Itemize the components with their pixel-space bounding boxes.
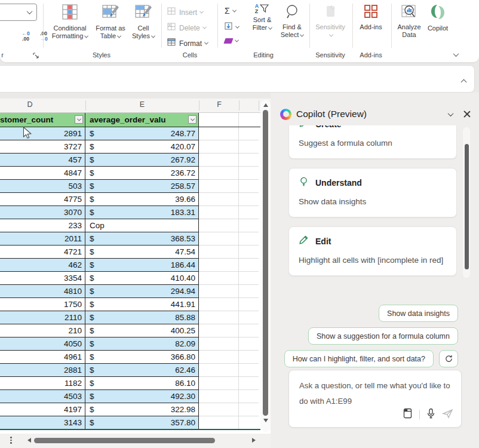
ribbon-collapse-button[interactable]	[449, 49, 462, 60]
column-letter-d[interactable]: D	[27, 100, 32, 109]
header-cell-customer-count[interactable]: stomer_count	[0, 113, 85, 127]
cell-empty[interactable]	[199, 246, 239, 259]
cell-customer-count[interactable]: 4503	[0, 390, 85, 403]
column-headers[interactable]: D E F	[0, 99, 271, 113]
find-select-button[interactable]: Find & Select	[277, 4, 307, 39]
cell-empty[interactable]	[199, 364, 239, 377]
cell-customer-count[interactable]: 4197	[0, 403, 85, 416]
cell-empty[interactable]	[199, 298, 239, 311]
cell-average-order-value[interactable]: $85.88	[85, 311, 199, 324]
panel-close-icon[interactable]	[463, 111, 471, 118]
add-ins-button[interactable]: Add-ins	[355, 4, 387, 31]
refresh-suggestions-button[interactable]	[439, 350, 458, 367]
pane-split-handle[interactable]	[10, 437, 12, 444]
cell-empty[interactable]	[199, 167, 239, 180]
copilot-input-box[interactable]: Ask a question, or tell me what you'd li…	[288, 370, 462, 428]
filter-button[interactable]	[188, 115, 196, 124]
cell-average-order-value[interactable]: $62.46	[85, 364, 199, 377]
cell-empty[interactable]	[199, 311, 239, 324]
panel-scrollbar[interactable]	[463, 127, 470, 278]
prompt-guide-icon[interactable]	[403, 408, 413, 421]
cell-customer-count[interactable]: 2011	[0, 232, 85, 246]
cell-empty[interactable]	[239, 351, 259, 364]
cell-customer-count[interactable]: 4721	[0, 246, 85, 259]
sensitivity-button[interactable]: Sensitivity	[313, 4, 348, 39]
panel-collapse-chevron-icon[interactable]	[448, 111, 454, 116]
create-card[interactable]: Create Suggest a formula column	[288, 125, 457, 159]
cell-empty[interactable]	[239, 232, 259, 246]
cell-empty[interactable]	[199, 193, 239, 206]
cell-customer-count[interactable]: 3727	[0, 140, 85, 154]
cell-empty[interactable]	[199, 416, 239, 429]
cell-average-order-value[interactable]: $441.91	[85, 298, 199, 311]
cell-average-order-value[interactable]: $86.10	[85, 377, 199, 390]
cell-customer-count[interactable]: 4810	[0, 285, 85, 298]
cell-empty[interactable]	[199, 351, 239, 364]
analyze-data-button[interactable]: Analyze Data	[394, 4, 424, 39]
vertical-scrollbar[interactable]	[260, 100, 271, 432]
cell-average-order-value[interactable]: $186.44	[85, 259, 199, 272]
cell-customer-count[interactable]: 2881	[0, 364, 85, 377]
cell-empty[interactable]	[239, 154, 259, 167]
cell-average-order-value[interactable]: $400.25	[85, 324, 199, 337]
chip-formula-column-suggestion[interactable]: Show a suggestion for a formula column	[308, 327, 458, 345]
format-as-table-button[interactable]: Format as Table	[92, 4, 129, 40]
panel-scroll-thumb[interactable]	[465, 144, 469, 269]
cell-customer-count[interactable]: 457	[0, 154, 85, 167]
cell-average-order-value[interactable]: $47.54	[85, 246, 199, 259]
cell-customer-count[interactable]: 3354	[0, 272, 85, 285]
copilot-ribbon-button[interactable]: Copilot	[424, 4, 452, 32]
delete-button[interactable]: Delete	[167, 23, 206, 33]
cell-average-order-value[interactable]: Cop	[85, 219, 199, 232]
cell-empty[interactable]	[199, 272, 239, 285]
cell-empty[interactable]	[239, 246, 259, 259]
sort-filter-button[interactable]: AZ Sort & Filter	[247, 4, 277, 32]
cell-empty[interactable]	[239, 403, 259, 416]
cell-average-order-value[interactable]: $183.31	[85, 206, 199, 219]
cell-average-order-value[interactable]: $39.66	[85, 193, 199, 206]
cell-customer-count[interactable]: 2110	[0, 311, 85, 324]
conditional-formatting-button[interactable]: Conditional Formatting	[48, 4, 92, 40]
cell-empty[interactable]	[199, 403, 239, 416]
chip-highlight-filter-sort[interactable]: How can I highlight, filter, and sort da…	[284, 350, 434, 367]
cell-empty[interactable]	[199, 285, 239, 298]
cell-customer-count[interactable]: 3070	[0, 206, 85, 219]
cell-empty[interactable]	[199, 232, 239, 246]
formula-bar[interactable]	[0, 65, 475, 93]
cell-average-order-value[interactable]: $410.40	[85, 272, 199, 285]
cell-customer-count[interactable]: 3143	[0, 416, 85, 429]
understand-card[interactable]: Understand Show data insights	[288, 168, 457, 217]
microphone-icon[interactable]	[426, 408, 435, 421]
cell-average-order-value[interactable]: $294.94	[85, 285, 199, 298]
cell-customer-count[interactable]: 233	[0, 219, 85, 232]
cell-empty[interactable]	[239, 206, 259, 219]
cell-average-order-value[interactable]: $366.80	[85, 351, 199, 364]
cell-empty[interactable]	[239, 324, 259, 337]
edit-card[interactable]: Edit Highlight all cells with [incomplet…	[288, 226, 457, 276]
collapse-formula-bar-button[interactable]	[462, 76, 466, 87]
cell-empty[interactable]	[239, 127, 259, 140]
cell-empty[interactable]	[199, 154, 239, 167]
cell-customer-count[interactable]: 210	[0, 324, 85, 337]
cell-empty[interactable]	[199, 180, 239, 193]
cell-empty[interactable]	[199, 206, 239, 219]
cell-customer-count[interactable]: 1182	[0, 377, 85, 390]
cell-average-order-value[interactable]: $267.92	[85, 154, 199, 167]
cell-empty[interactable]	[239, 140, 259, 154]
fill-button[interactable]	[225, 22, 239, 32]
clear-button[interactable]	[225, 38, 238, 44]
cell-empty[interactable]	[199, 337, 239, 351]
number-format-dropdown[interactable]	[0, 4, 37, 21]
cell-average-order-value[interactable]: $322.98	[85, 403, 199, 416]
cell-average-order-value[interactable]: $248.77	[85, 127, 199, 140]
scroll-down-arrow[interactable]	[263, 419, 268, 422]
cell-empty[interactable]	[199, 127, 239, 140]
column-letter-f[interactable]: F	[217, 100, 222, 109]
cell-empty[interactable]	[199, 324, 239, 337]
cell-customer-count[interactable]: 2891	[0, 127, 85, 140]
cell-average-order-value[interactable]: $492.30	[85, 390, 199, 403]
cell-customer-count[interactable]: 4050	[0, 337, 85, 351]
cell-average-order-value[interactable]: $368.53	[85, 232, 199, 246]
cell-average-order-value[interactable]: $258.57	[85, 180, 199, 193]
scroll-right-arrow[interactable]	[252, 438, 256, 443]
